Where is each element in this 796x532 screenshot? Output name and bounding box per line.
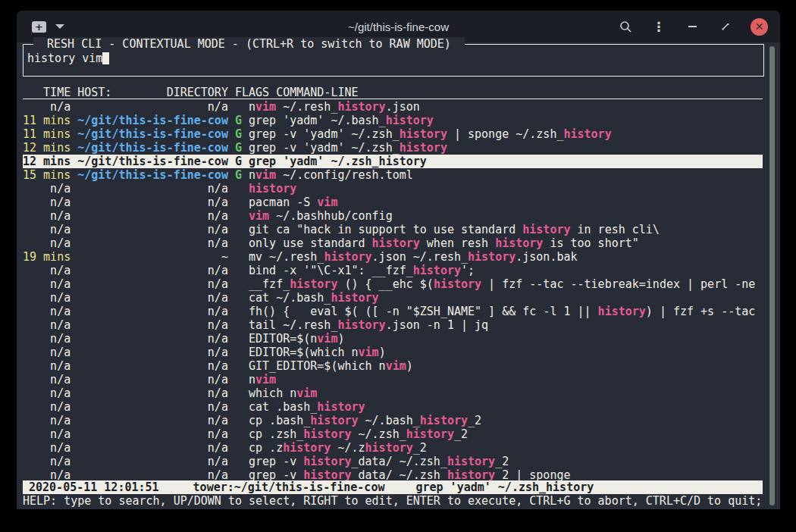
history-row[interactable]: 11 mins ~/git/this-is-fine-cow G grep -v… — [23, 127, 763, 141]
history-row[interactable]: n/a n/a bind -x '"\C-x1": __fzf_history'… — [23, 264, 763, 277]
status-timestamp: 2020-05-11 12:01:51 — [29, 480, 159, 494]
history-row[interactable]: n/a n/a history — [23, 182, 763, 196]
chevron-down-icon[interactable] — [55, 24, 64, 29]
history-row[interactable]: n/a n/a vim ~/.bashhub/config — [23, 209, 763, 223]
close-icon[interactable]: ✕ — [751, 18, 768, 36]
history-row[interactable]: n/a n/a nvim — [23, 373, 763, 386]
restore-icon[interactable] — [717, 18, 734, 35]
status-location: tower:~/git/this-is-fine-cow — [193, 480, 385, 494]
scrollbar[interactable] — [769, 46, 775, 505]
history-row[interactable]: n/a n/a cp .zsh_history ~/.zsh_history_2 — [23, 427, 763, 441]
terminal-content: RESH CLI - CONTEXTUAL MODE - (CTRL+R to … — [17, 42, 780, 509]
terminal-window: + ~/git/this-is-fine-cow ⋮ ✕ RESH CLI - … — [17, 11, 780, 509]
history-row[interactable]: n/a n/a EDITOR=$(which nvim) — [23, 346, 763, 359]
history-row[interactable]: 11 mins ~/git/this-is-fine-cow G grep 'y… — [23, 114, 763, 127]
history-row[interactable]: n/a n/a git ca "hack in support to use s… — [23, 223, 763, 236]
history-row[interactable]: 12 mins ~/git/this-is-fine-cow G grep 'y… — [23, 155, 763, 168]
status-command: grep 'yadm' ~/.zsh_history — [415, 480, 594, 494]
history-row[interactable]: n/a n/a pacman -S vim — [23, 196, 763, 209]
history-row[interactable]: n/a n/a cat .bash_history — [23, 400, 763, 414]
history-row[interactable]: n/a n/a cp .bash_history ~/.bash_history… — [23, 414, 763, 427]
history-row[interactable]: n/a n/a GIT_EDITOR=$(which nvim) — [23, 359, 763, 373]
minimize-icon[interactable] — [684, 18, 700, 35]
history-row[interactable]: n/a n/a fh() { eval $( ([ -n "$ZSH_NAME"… — [23, 305, 763, 318]
search-query: history vim — [27, 52, 102, 65]
history-row[interactable]: n/a n/a nvim ~/.resh_history.json — [23, 100, 763, 114]
panel-title: RESH CLI - CONTEXTUAL MODE - (CTRL+R to … — [33, 37, 465, 51]
history-list: n/a n/a nvim ~/.resh_history.json11 mins… — [23, 100, 763, 482]
history-row[interactable]: n/a n/a which nvim — [23, 386, 763, 400]
history-row[interactable]: 12 mins ~/git/this-is-fine-cow G grep -v… — [23, 141, 763, 155]
history-row[interactable]: n/a n/a grep -v history_data/ ~/.zsh_his… — [23, 455, 763, 468]
table-header: TIME HOST: DIRECTORY FLAGS COMMAND-LINE — [23, 86, 763, 99]
history-row[interactable]: n/a n/a __fzf_history () { __ehc $(histo… — [23, 277, 763, 291]
resh-search-panel: RESH CLI - CONTEXTUAL MODE - (CTRL+R to … — [23, 44, 764, 77]
history-row[interactable]: n/a n/a only use standard history when r… — [23, 236, 763, 250]
menu-kebab-icon[interactable]: ⋮ — [650, 18, 667, 35]
history-row[interactable]: n/a n/a cat ~/.bash_history — [23, 291, 763, 305]
help-bar: HELP: type to search, UP/DOWN to select,… — [23, 494, 763, 508]
status-bar: 2020-05-11 12:01:51tower:~/git/this-is-f… — [23, 480, 763, 494]
search-icon[interactable] — [617, 18, 634, 35]
history-row[interactable]: n/a n/a tail ~/.resh_history.json -n 1 |… — [23, 318, 763, 332]
search-input[interactable]: history vim — [27, 52, 109, 65]
history-row[interactable]: n/a n/a cp .zhistory ~/.zhistory_2 — [23, 441, 763, 455]
history-row[interactable]: 15 mins ~/git/this-is-fine-cow G nvim ~/… — [23, 168, 763, 182]
text-cursor — [102, 52, 109, 64]
history-row[interactable]: 19 mins ~ mv ~/.resh_history.json ~/.res… — [23, 250, 763, 264]
history-row[interactable]: n/a n/a EDITOR=$(nvim) — [23, 332, 763, 346]
new-tab-button[interactable]: + — [32, 21, 64, 33]
new-tab-icon: + — [32, 21, 46, 33]
